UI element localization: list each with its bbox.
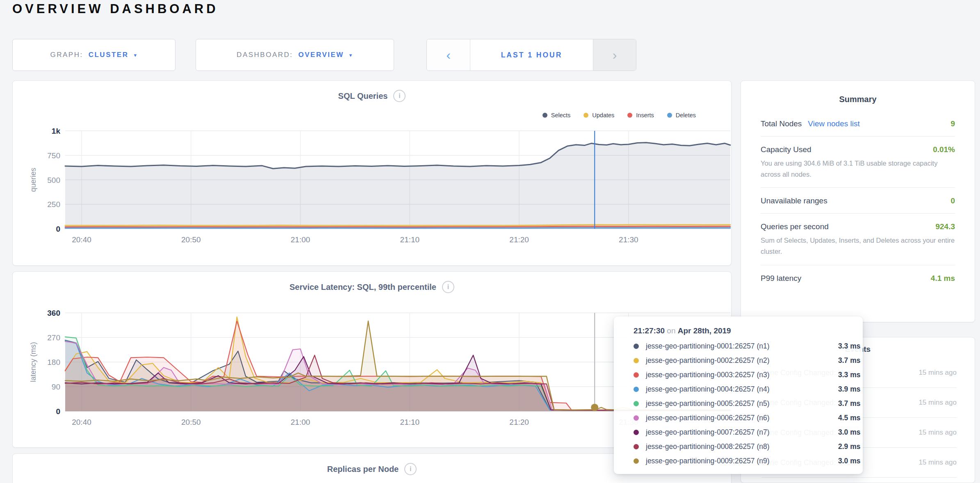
chevron-down-icon: ▾: [349, 52, 353, 58]
tooltip-node-value: 3.7 ms: [838, 399, 860, 408]
svg-text:20:40: 20:40: [72, 418, 91, 426]
svg-text:latency (ms): latency (ms): [29, 342, 37, 382]
svg-text:20:40: 20:40: [72, 235, 91, 244]
tooltip-node-row: jesse-geo-partitioning-0004:26257 (n4)3.…: [634, 382, 863, 396]
timeframe-next-button[interactable]: ›: [593, 39, 636, 71]
chevron-right-icon: ›: [613, 48, 617, 63]
svg-text:20:50: 20:50: [181, 235, 201, 244]
graph-dropdown[interactable]: GRAPH: CLUSTER ▾: [12, 39, 175, 71]
series-dot-icon: [634, 372, 639, 378]
summary-row-queries-per-second: Queries per second 924.3 Sum of Selects,…: [761, 214, 955, 265]
tooltip-node-value: 3.9 ms: [838, 385, 860, 394]
info-icon[interactable]: i: [404, 463, 417, 475]
summary-row-p99-latency: P99 latency 4.1 ms: [761, 265, 955, 291]
event-timestamp: 15 mins ago: [913, 368, 957, 378]
summary-row-capacity-used: Capacity Used 0.01% You are using 304.6 …: [761, 137, 955, 188]
tooltip-date: Apr 28th, 2019: [678, 326, 731, 335]
series-dot-icon: [634, 444, 639, 449]
series-dot-icon: [634, 430, 639, 435]
svg-text:750: 750: [47, 151, 60, 160]
event-timestamp: 15 mins ago: [913, 458, 957, 468]
summary-row-unavailable-ranges: Unavailable ranges 0: [761, 188, 955, 214]
timeframe-prev-button[interactable]: ‹: [427, 39, 470, 71]
svg-text:360: 360: [47, 309, 60, 317]
summary-label: Queries per second: [761, 222, 829, 231]
summary-label: Unavailable ranges: [761, 196, 827, 205]
tooltip-node-value: 4.5 ms: [838, 414, 860, 422]
svg-text:21:10: 21:10: [400, 235, 420, 244]
svg-text:21:30: 21:30: [619, 235, 638, 244]
tooltip-timestamp: 21:27:30 on Apr 28th, 2019: [634, 326, 863, 335]
event-timestamp: 15 mins ago: [913, 428, 957, 438]
summary-value: 0.01%: [933, 145, 955, 154]
svg-text:500: 500: [47, 176, 60, 185]
svg-text:21:00: 21:00: [291, 235, 310, 244]
tooltip-node-name: jesse-geo-partitioning-0008:26257 (n8): [646, 442, 831, 451]
series-dot-icon: [634, 344, 639, 349]
sql-queries-panel: SQL Queries i SelectsUpdatesInsertsDelet…: [12, 80, 732, 266]
tooltip-node-row: jesse-geo-partitioning-0008:26257 (n8)2.…: [634, 440, 863, 454]
summary-label: Capacity Used: [761, 145, 811, 154]
timeframe-range-button[interactable]: LAST 1 HOUR: [470, 39, 593, 71]
tooltip-node-name: jesse-geo-partitioning-0007:26257 (n7): [646, 428, 831, 437]
summary-subtext: You are using 304.6 MiB of 3.1 TiB usabl…: [761, 158, 955, 180]
svg-text:180: 180: [47, 358, 60, 367]
tooltip-node-name: jesse-geo-partitioning-0006:26257 (n6): [646, 414, 831, 422]
tooltip-on-word: on: [667, 326, 675, 335]
summary-value: 4.1 ms: [931, 274, 955, 283]
dashboard-controls: GRAPH: CLUSTER ▾ DASHBOARD: OVERVIEW ▾ ‹…: [12, 39, 668, 71]
tooltip-node-row: jesse-geo-partitioning-0003:26257 (n3)3.…: [634, 368, 863, 382]
summary-label: P99 latency: [761, 274, 801, 283]
tooltip-node-row: jesse-geo-partitioning-0009:26257 (n9)3.…: [634, 454, 863, 468]
chevron-down-icon: ▾: [134, 52, 137, 58]
tooltip-node-name: jesse-geo-partitioning-0003:26257 (n3): [646, 371, 831, 379]
chart-hover-tooltip: 21:27:30 on Apr 28th, 2019 jesse-geo-par…: [614, 317, 863, 474]
tooltip-node-value: 3.3 ms: [838, 342, 860, 351]
svg-text:250: 250: [47, 200, 60, 209]
svg-text:21:10: 21:10: [400, 418, 420, 426]
series-dot-icon: [634, 358, 639, 363]
graph-dropdown-value: CLUSTER: [89, 51, 129, 59]
tooltip-node-value: 3.0 ms: [838, 428, 860, 437]
tooltip-node-row: jesse-geo-partitioning-0007:26257 (n7)3.…: [634, 425, 863, 440]
tooltip-node-row: jesse-geo-partitioning-0006:26257 (n6)4.…: [634, 411, 863, 425]
svg-text:21:20: 21:20: [509, 418, 529, 426]
summary-panel: Summary Total Nodes View nodes list 9 Ca…: [741, 80, 975, 322]
timeframe-selector: ‹ LAST 1 HOUR ›: [426, 39, 636, 71]
tooltip-node-name: jesse-geo-partitioning-0001:26257 (n1): [646, 342, 831, 351]
svg-text:90: 90: [52, 383, 60, 391]
series-dot-icon: [634, 415, 639, 421]
event-timestamp: 15 mins ago: [913, 398, 957, 408]
svg-text:queries: queries: [29, 168, 37, 192]
series-dot-icon: [634, 387, 639, 392]
tooltip-node-value: 3.3 ms: [838, 371, 860, 379]
svg-text:21:20: 21:20: [509, 235, 529, 244]
tooltip-time: 21:27:30: [634, 326, 665, 335]
svg-text:1k: 1k: [52, 127, 61, 135]
summary-value: 924.3: [935, 222, 955, 231]
svg-text:0: 0: [56, 407, 60, 416]
tooltip-node-value: 3.0 ms: [838, 457, 860, 465]
tooltip-node-value: 2.9 ms: [838, 442, 860, 451]
summary-title: Summary: [761, 81, 955, 111]
view-nodes-list-link[interactable]: View nodes list: [808, 119, 859, 128]
tooltip-node-row: jesse-geo-partitioning-0002:26257 (n2)3.…: [634, 353, 863, 368]
tooltip-node-row: jesse-geo-partitioning-0001:26257 (n1)3.…: [634, 339, 863, 353]
summary-row-total-nodes: Total Nodes View nodes list 9: [761, 111, 955, 137]
tooltip-node-name: jesse-geo-partitioning-0005:26257 (n5): [646, 399, 831, 408]
svg-text:20:50: 20:50: [181, 418, 201, 426]
chart-title: Replicas per Node: [327, 465, 399, 474]
series-dot-icon: [634, 458, 639, 464]
chevron-left-icon: ‹: [446, 48, 451, 63]
graph-dropdown-label: GRAPH:: [50, 51, 83, 59]
sql-queries-chart[interactable]: 1k750500250020:4020:5021:0021:1021:2021:…: [13, 81, 731, 265]
tooltip-node-value: 3.7 ms: [838, 356, 860, 365]
svg-text:270: 270: [47, 333, 60, 342]
dashboard-dropdown[interactable]: DASHBOARD: OVERVIEW ▾: [196, 39, 394, 71]
dashboard-dropdown-label: DASHBOARD:: [237, 51, 293, 59]
summary-label: Total Nodes: [761, 119, 802, 128]
tooltip-node-name: jesse-geo-partitioning-0002:26257 (n2): [646, 356, 831, 365]
dashboard-dropdown-value: OVERVIEW: [299, 51, 344, 59]
tooltip-node-row: jesse-geo-partitioning-0005:26257 (n5)3.…: [634, 396, 863, 411]
svg-text:21:00: 21:00: [291, 418, 310, 426]
